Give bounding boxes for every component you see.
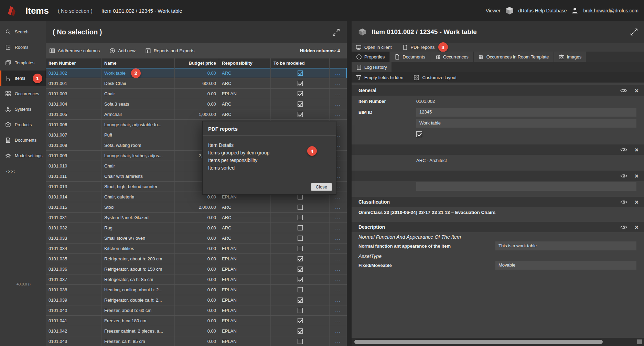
to-be-modeled-checkbox[interactable]: [298, 194, 303, 199]
table-row[interactable]: 0101.040Freezer, about b: 60 cm0.00EPLAN…: [46, 305, 347, 316]
row-more-button[interactable]: ...: [330, 89, 347, 99]
table-row[interactable]: 0101.015Stool2,000.00ARC...: [46, 202, 347, 213]
table-row[interactable]: 0101.031System Panel: Glazed0.00ARC...: [46, 213, 347, 223]
field-checkbox[interactable]: [416, 131, 422, 137]
close-icon[interactable]: ×: [635, 173, 638, 179]
row-more-button[interactable]: ...: [330, 78, 347, 88]
to-be-modeled-checkbox[interactable]: [298, 277, 303, 282]
column-header-responsibility[interactable]: Responsibility: [219, 58, 271, 68]
to-be-modeled-checkbox[interactable]: [298, 287, 303, 292]
table-row[interactable]: 0101.039Refrigerator, double ca h: 2...0…: [46, 295, 347, 305]
dialog-close-button[interactable]: Close: [311, 183, 332, 191]
to-be-modeled-checkbox[interactable]: [298, 236, 303, 241]
to-be-modeled-checkbox[interactable]: [298, 112, 303, 117]
dialog-report-item[interactable]: Items per responsibility: [208, 156, 331, 164]
row-more-button[interactable]: ...: [330, 202, 347, 212]
to-be-modeled-checkbox[interactable]: [298, 205, 303, 210]
table-row[interactable]: 0101.001Desk Chair600.00ARC...: [46, 78, 347, 89]
to-be-modeled-checkbox[interactable]: [298, 308, 303, 313]
expand-icon[interactable]: [332, 29, 340, 36]
table-row[interactable]: 0101.003Chair0.00EPLAN...: [46, 89, 347, 99]
table-row[interactable]: 0101.004Sofa 3 seats0.00ARC...: [46, 99, 347, 109]
sidebar-item-documents[interactable]: Documents: [0, 132, 46, 148]
column-header-budget-price[interactable]: Budget price: [175, 58, 219, 68]
sidebar-item-model-settings[interactable]: Model settings: [0, 148, 46, 163]
table-row[interactable]: 0101.034Kitchen utilities0.00EPLAN...: [46, 244, 347, 254]
field-input[interactable]: Movable: [495, 261, 636, 270]
row-more-button[interactable]: ...: [330, 213, 347, 223]
tab-properties[interactable]: Properties: [352, 52, 389, 62]
sidebar-item-search[interactable]: Search: [0, 24, 46, 40]
table-row[interactable]: 0101.043Freezer, ca h: 85 cm0.00EPLAN...: [46, 336, 347, 346]
add-remove-columns-button[interactable]: Add/remove columns: [49, 48, 100, 54]
row-more-button[interactable]: ...: [330, 285, 347, 295]
reports-and-exports-button[interactable]: Reports and Exports: [145, 48, 195, 54]
to-be-modeled-checkbox[interactable]: [298, 81, 303, 86]
to-be-modeled-checkbox[interactable]: [298, 101, 303, 107]
row-more-button[interactable]: ...: [330, 305, 347, 315]
sidebar-collapse-button[interactable]: <<<: [0, 163, 46, 174]
expand-icon[interactable]: [630, 28, 638, 36]
row-more-button[interactable]: ...: [330, 264, 347, 274]
table-row[interactable]: 0101.036Refrigerator, about h: 150 cm0.0…: [46, 264, 347, 274]
close-icon[interactable]: ×: [635, 147, 638, 153]
tab-occurrences-in-room-template[interactable]: Occurrences in Room Template: [474, 52, 554, 62]
eye-icon[interactable]: [620, 148, 627, 152]
to-be-modeled-checkbox[interactable]: [298, 267, 303, 272]
field-input[interactable]: [416, 182, 636, 191]
table-row[interactable]: 0101.032Rug0.00ARC...: [46, 223, 347, 233]
eye-icon[interactable]: [620, 174, 627, 178]
table-row[interactable]: 0101.002Work table20.00ARC...: [46, 68, 347, 78]
pdf-reports-button[interactable]: PDF reports: [402, 44, 435, 50]
row-more-button[interactable]: ...: [330, 316, 347, 326]
column-header-item-number[interactable]: Item Number: [46, 58, 101, 68]
sidebar-item-rooms[interactable]: Rooms: [0, 40, 46, 55]
tab-log-history[interactable]: Log History: [352, 62, 391, 72]
row-more-button[interactable]: ...: [330, 326, 347, 336]
table-row[interactable]: 0101.005Armchair1,000.00ARC...: [46, 109, 347, 120]
row-more-button[interactable]: ...: [330, 336, 347, 346]
row-more-button[interactable]: ...: [330, 254, 347, 264]
scrollbar-thumb[interactable]: [354, 340, 603, 344]
sidebar-item-templates[interactable]: Templates: [0, 55, 46, 71]
column-header-to-be-modeled[interactable]: To be modeled: [271, 58, 330, 68]
to-be-modeled-checkbox[interactable]: [298, 328, 303, 334]
row-more-button[interactable]: ...: [330, 274, 347, 284]
close-icon[interactable]: ×: [635, 87, 638, 94]
row-more-button[interactable]: ...: [330, 244, 347, 253]
row-more-button[interactable]: ...: [330, 233, 347, 243]
row-more-button[interactable]: ...: [330, 109, 347, 119]
to-be-modeled-checkbox[interactable]: [298, 339, 303, 344]
field-input[interactable]: Work table: [416, 119, 636, 128]
tab-occurrences[interactable]: Occurrences: [430, 52, 473, 62]
table-row[interactable]: 0101.041Freezer, b ca 180 cm0.00EPLAN...: [46, 316, 347, 326]
table-row[interactable]: 0101.038Heating, cooling, about h: 2...0…: [46, 285, 347, 295]
user-email[interactable]: brok.howard@drofus.com: [583, 8, 638, 13]
empty-fields-hidden-button[interactable]: Empty fields hidden: [356, 75, 403, 80]
to-be-modeled-checkbox[interactable]: [298, 71, 303, 76]
viewer-cube-icon[interactable]: [505, 6, 514, 15]
row-more-button[interactable]: ...: [330, 68, 347, 78]
add-new-button[interactable]: Add new: [109, 48, 136, 54]
sidebar-item-occurrences[interactable]: Occurrences: [0, 86, 46, 101]
eye-icon[interactable]: [620, 225, 627, 229]
eye-icon[interactable]: [620, 200, 627, 204]
to-be-modeled-checkbox[interactable]: [298, 298, 303, 303]
to-be-modeled-checkbox[interactable]: [298, 318, 303, 323]
sidebar-item-items[interactable]: Items1: [0, 71, 46, 86]
sidebar-item-products[interactable]: Products: [0, 117, 46, 132]
field-input[interactable]: 12345: [416, 108, 636, 117]
customize-layout-button[interactable]: Customize layout: [414, 75, 457, 80]
eye-icon[interactable]: [620, 88, 627, 93]
tab-images[interactable]: Images: [554, 52, 586, 62]
to-be-modeled-checkbox[interactable]: [298, 215, 303, 220]
close-icon[interactable]: ×: [635, 224, 638, 230]
sidebar-item-systems[interactable]: Systems: [0, 101, 46, 117]
close-icon[interactable]: ×: [635, 199, 638, 205]
table-row[interactable]: 0101.035Refrigerator, about h: 200 cm0.0…: [46, 254, 347, 264]
row-more-button[interactable]: ...: [330, 99, 347, 109]
table-row[interactable]: 0101.037Refrigerator, ca h: 85 cm0.00EPL…: [46, 274, 347, 285]
row-more-button[interactable]: ...: [330, 223, 347, 233]
table-row[interactable]: 0101.042Freezer cabinet, 2 pieces, a...0…: [46, 326, 347, 336]
table-row[interactable]: 0101.033Small stove w / oven0.00ARC...: [46, 233, 347, 244]
